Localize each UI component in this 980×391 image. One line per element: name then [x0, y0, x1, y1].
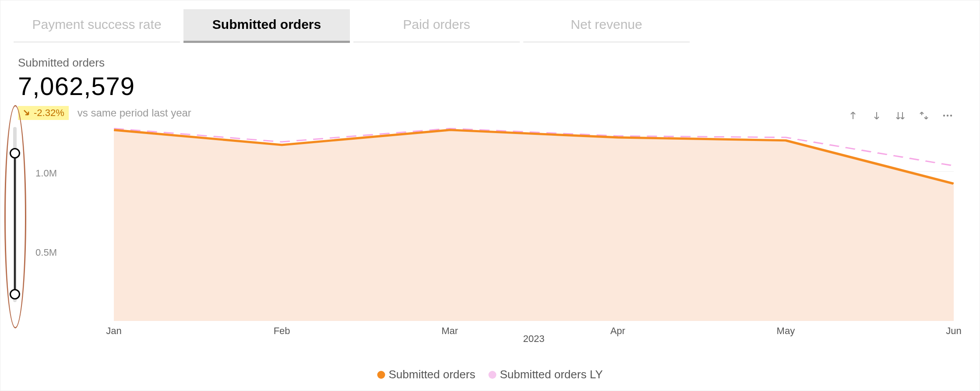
chart-legend: Submitted orders Submitted orders LY	[377, 368, 603, 381]
metric-header: Submitted orders 7,062,579 -2.32% vs sam…	[18, 56, 966, 120]
metric-delta-row: -2.32% vs same period last year	[18, 106, 966, 120]
svg-point-0	[943, 115, 945, 116]
x-tick-label: Apr	[610, 325, 625, 337]
y-axis-zoom-slider[interactable]	[13, 127, 18, 302]
sort-desc-icon[interactable]	[871, 109, 883, 122]
more-options-icon[interactable]	[941, 109, 954, 122]
drilldown-icon[interactable]	[894, 109, 906, 122]
metric-delta-badge: -2.32%	[18, 106, 69, 120]
y-tick-label: 0.5M	[35, 247, 57, 258]
chart-toolbar	[847, 109, 954, 122]
tab-paid-orders[interactable]: Paid orders	[353, 9, 520, 43]
y-axis: 1.0M 0.5M	[22, 127, 57, 330]
x-tick-label: Mar	[441, 325, 458, 337]
zoom-handle-top[interactable]	[10, 148, 20, 159]
metric-delta-value: -2.32%	[34, 107, 64, 119]
chart-plot	[114, 127, 954, 321]
metric-title: Submitted orders	[18, 56, 966, 70]
legend-label: Submitted orders	[388, 368, 475, 381]
x-tick-label: Jan	[106, 325, 121, 337]
svg-point-1	[947, 115, 948, 116]
legend-item-submitted-orders-ly[interactable]: Submitted orders LY	[488, 368, 603, 381]
expand-icon[interactable]	[918, 109, 930, 122]
x-tick-label: May	[777, 325, 795, 337]
metric-tabs: Payment success rate Submitted orders Pa…	[14, 9, 966, 43]
tab-submitted-orders[interactable]: Submitted orders	[183, 9, 350, 43]
arrow-down-right-icon	[22, 109, 31, 117]
zoom-handle-bottom[interactable]	[10, 289, 20, 299]
metric-value: 7,062,579	[18, 71, 966, 101]
y-tick-label: 1.0M	[35, 168, 57, 179]
legend-dot-icon	[377, 371, 385, 379]
legend-label: Submitted orders LY	[500, 368, 603, 381]
x-tick-label: Jun	[946, 325, 961, 337]
legend-item-submitted-orders[interactable]: Submitted orders	[377, 368, 475, 381]
sort-asc-icon[interactable]	[847, 109, 859, 122]
zoom-range	[14, 153, 16, 293]
x-tick-label: Feb	[274, 325, 290, 337]
x-axis: Jan Feb Mar Apr May Jun 2023	[114, 325, 954, 338]
x-axis-year: 2023	[523, 333, 545, 345]
svg-point-2	[950, 115, 952, 116]
legend-dot-icon	[488, 371, 496, 379]
tab-payment-success-rate[interactable]: Payment success rate	[14, 9, 180, 43]
chart-area: 1.0M 0.5M Jan Feb Mar Apr May Jun 2023	[22, 127, 954, 347]
tab-net-revenue[interactable]: Net revenue	[523, 9, 690, 43]
metric-delta-context: vs same period last year	[78, 107, 191, 119]
dashboard-panel: Payment success rate Submitted orders Pa…	[0, 0, 980, 391]
